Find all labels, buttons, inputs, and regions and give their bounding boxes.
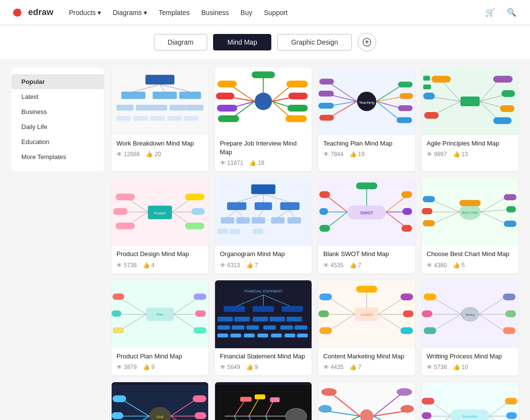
sidebar-item-daily-life[interactable]: Daily Life	[12, 119, 104, 134]
upload-button[interactable]	[358, 33, 376, 51]
sidebar-item-education[interactable]: Education	[12, 134, 104, 149]
like-icon: 👍	[246, 364, 253, 371]
sidebar-item-popular[interactable]: Popular	[12, 74, 104, 89]
likes: 👍 18	[249, 160, 264, 166]
svg-line-124	[431, 200, 460, 212]
svg-rect-146	[113, 293, 124, 300]
views: 👁 5738	[427, 364, 447, 371]
svg-rect-190	[403, 310, 414, 317]
svg-point-18	[255, 93, 272, 110]
card-product-execution[interactable]: Execution Product Execution Plan Mind	[422, 382, 518, 420]
nav-support[interactable]: Support	[264, 9, 288, 16]
svg-rect-68	[500, 105, 514, 112]
card-product-plan[interactable]: Plan Product Plan Mind Map	[112, 280, 208, 375]
nav-templates[interactable]: Templates	[159, 9, 190, 16]
card-work-breakdown[interactable]: Work Breakdown Mind Map 👁 12886 👍 20	[112, 67, 208, 171]
svg-rect-116	[319, 225, 330, 232]
svg-rect-170	[295, 325, 307, 329]
eye-icon: 👁	[427, 364, 432, 371]
svg-rect-162	[253, 317, 268, 322]
card-teaching-plan[interactable]: Teaching	[318, 67, 415, 171]
logo[interactable]: edraw	[12, 6, 53, 19]
card-body-work-breakdown: Work Breakdown Mind Map 👁 12886 👍 20	[112, 135, 208, 162]
card-agile-principles[interactable]: Agile Principles Mind Map 👁 9897 👍 13	[422, 67, 518, 171]
card-img-financial: FINANCIAL STATEMENT	[215, 280, 312, 348]
svg-rect-204	[112, 412, 123, 419]
svg-rect-71	[423, 84, 431, 89]
svg-rect-119	[401, 225, 412, 232]
views: 👁 3879	[116, 364, 137, 371]
navbar: edraw Products ▾ Diagrams ▾ Templates Bu…	[0, 0, 530, 25]
nav-business[interactable]: Business	[201, 9, 229, 16]
sidebar-item-business[interactable]: Business	[12, 104, 104, 119]
svg-rect-3	[153, 92, 177, 99]
card-product-design[interactable]: Product Product Design Mind Map	[112, 178, 208, 273]
svg-rect-69	[493, 117, 512, 124]
search-icon[interactable]: 🔍	[505, 6, 518, 19]
card-body-blank-swot: Blank SWOT Mind Map 👁 4535 👍 7	[318, 246, 415, 273]
svg-rect-12	[186, 105, 203, 111]
card-body-content-marketing: Content Marketing Mind Map 👁 4435 👍 7	[318, 348, 415, 375]
like-icon: 👍	[453, 364, 460, 371]
svg-text:Teaching: Teaching	[359, 100, 375, 105]
sidebar-item-more[interactable]: More Templates	[12, 149, 104, 164]
eye-icon: 👁	[323, 364, 329, 371]
svg-rect-252	[505, 398, 517, 404]
eye-icon: 👁	[220, 160, 226, 166]
card-blank-swot[interactable]: SWOT Blank SWOT	[318, 178, 415, 273]
like-icon: 👍	[143, 364, 150, 371]
svg-line-243	[431, 402, 451, 416]
svg-rect-133	[504, 194, 516, 201]
card-title: Prepare Job Interview Mind Map	[220, 139, 307, 157]
card-colorful[interactable]: Colorful Mind Map 👁 3100 👍 6	[318, 382, 415, 420]
card-img-goal-setting: Goal	[112, 382, 208, 420]
nav-buy[interactable]: Buy	[241, 9, 252, 16]
sidebar-item-latest[interactable]: Latest	[12, 89, 104, 104]
svg-rect-51	[398, 81, 413, 87]
svg-rect-174	[258, 333, 268, 337]
svg-rect-188	[319, 327, 332, 334]
like-icon: 👍	[143, 262, 150, 269]
card-meta: 👁 7844 👍 19	[323, 151, 410, 158]
tab-mindmap[interactable]: Mind Map	[213, 34, 271, 50]
svg-rect-150	[195, 310, 206, 317]
tab-graphic-design[interactable]: Graphic Design	[277, 34, 352, 50]
nav-icons: 🛒 🔍	[483, 6, 518, 19]
cart-icon[interactable]: 🛒	[483, 6, 497, 19]
svg-rect-151	[194, 327, 206, 333]
card-writing-process[interactable]: Writing Writting Process Mind Map	[422, 280, 518, 375]
svg-rect-50	[319, 115, 334, 121]
svg-point-224	[360, 409, 374, 420]
svg-line-143	[173, 297, 199, 314]
card-financial-statement[interactable]: FINANCIAL STATEMENT	[215, 280, 312, 375]
card-organogram[interactable]: Organogram Mind Map 👁 6313 👍 7	[215, 178, 312, 273]
svg-line-46	[376, 101, 400, 121]
views: 👁 4535	[323, 262, 344, 269]
svg-rect-83	[185, 194, 204, 201]
likes: 👍 10	[453, 364, 468, 371]
nav-products[interactable]: Products ▾	[69, 9, 101, 16]
card-fishbone[interactable]: Good Presentation Fishbone Diagram 👁 298…	[215, 382, 312, 420]
svg-rect-87	[227, 202, 247, 210]
card-content-marketing[interactable]: Content Content	[318, 280, 415, 375]
svg-line-98	[228, 210, 237, 217]
card-prepare-job[interactable]: Prepare Job Interview Mind Map 👁 11871 👍…	[215, 67, 312, 171]
svg-rect-96	[271, 217, 284, 224]
nav-links: Products ▾ Diagrams ▾ Templates Business…	[69, 9, 483, 16]
card-choose-best-chart[interactable]: Best Chart Choo	[422, 178, 518, 273]
svg-rect-82	[116, 223, 135, 229]
tab-diagram[interactable]: Diagram	[154, 34, 208, 50]
nav-diagrams[interactable]: Diagrams ▾	[113, 9, 147, 16]
svg-rect-193	[356, 286, 378, 292]
likes: 👍 13	[453, 151, 468, 158]
svg-rect-105	[253, 229, 264, 234]
svg-rect-296	[505, 310, 516, 317]
svg-rect-134	[506, 206, 516, 212]
svg-rect-118	[402, 208, 412, 215]
svg-rect-171	[217, 333, 228, 337]
svg-rect-32	[288, 93, 308, 99]
svg-line-140	[119, 297, 147, 314]
card-goal-setting[interactable]: Goal Goal Setting Mind Map	[112, 382, 208, 420]
svg-line-108	[326, 195, 348, 212]
svg-rect-47	[319, 79, 334, 84]
